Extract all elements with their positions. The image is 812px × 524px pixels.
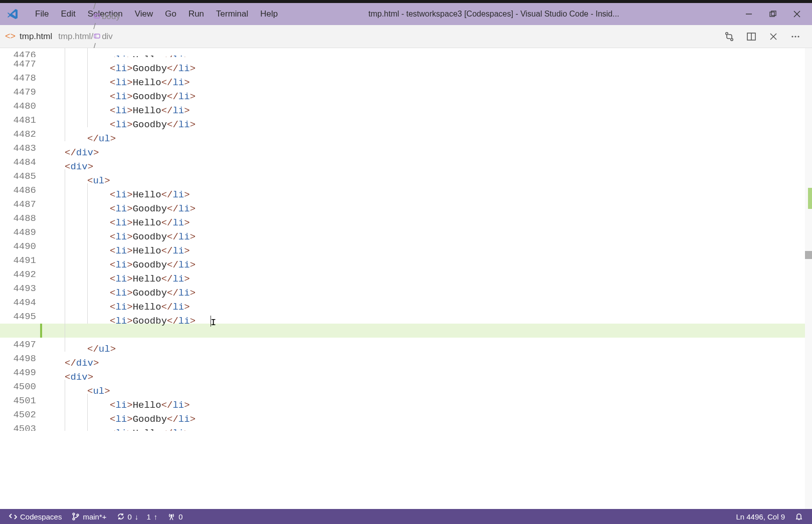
- breadcrumb-html[interactable]: html: [93, 0, 120, 2]
- code-line[interactable]: <li>Hello</li>: [42, 211, 812, 225]
- compare-changes-icon[interactable]: [724, 31, 735, 42]
- close-window-button[interactable]: [792, 9, 802, 19]
- down-arrow-icon: ↓: [135, 512, 139, 521]
- remote-codespaces-button[interactable]: Codespaces: [4, 509, 67, 524]
- menu-view[interactable]: View: [129, 6, 159, 22]
- svg-point-23: [797, 36, 799, 37]
- line-number[interactable]: 4485: [0, 169, 36, 183]
- code-line[interactable]: <li>Hello</li>: [42, 422, 812, 431]
- tab-filename[interactable]: tmp.html: [20, 32, 52, 42]
- minimize-button[interactable]: [744, 9, 754, 19]
- line-number[interactable]: 4486: [0, 183, 36, 197]
- line-number[interactable]: 4489: [0, 225, 36, 239]
- code-line[interactable]: </div>: [42, 141, 812, 155]
- git-branch-button[interactable]: main*+: [67, 509, 111, 524]
- line-number[interactable]: 4491: [0, 253, 36, 268]
- code-line[interactable]: </ul>: [42, 338, 812, 352]
- editor[interactable]: 4476447744784479448044814482448344844485…: [0, 48, 812, 509]
- minimap-change-marker: [808, 188, 812, 209]
- code-line[interactable]: <li>Hello</li>: [42, 268, 812, 282]
- code-line[interactable]: <li>Goodby</li>: [42, 197, 812, 211]
- code-line[interactable]: <li>Goodby</li>: [42, 225, 812, 239]
- line-number[interactable]: 4492: [0, 268, 36, 282]
- menu-run[interactable]: Run: [182, 6, 210, 22]
- code-area[interactable]: <li>Hello</li><li>Goodby</li><li>Hello</…: [42, 48, 812, 431]
- svg-point-21: [791, 36, 793, 37]
- code-line[interactable]: <div>: [42, 366, 812, 380]
- window-title: tmp.html - testworkspace3 [Codespaces] -…: [244, 10, 744, 19]
- line-number[interactable]: 4487: [0, 197, 36, 211]
- line-number[interactable]: 4488: [0, 211, 36, 225]
- code-line[interactable]: <li>Hello</li>: [42, 99, 812, 113]
- line-number[interactable]: 4481: [0, 113, 36, 127]
- code-line[interactable]: <li>Goodby</li>: [42, 282, 812, 296]
- breadcrumb-prefix: tmp.html/: [58, 32, 93, 42]
- line-number[interactable]: 4494: [0, 296, 36, 310]
- line-number[interactable]: 4483: [0, 141, 36, 155]
- code-line[interactable]: <li>Goodby</li>: [42, 57, 812, 71]
- line-number[interactable]: 4500: [0, 380, 36, 394]
- code-line[interactable]: <ul>: [42, 169, 812, 183]
- line-number[interactable]: 4499: [0, 366, 36, 380]
- code-line[interactable]: <li>Goodby</li>: [42, 253, 812, 268]
- cursor-position-button[interactable]: Ln 4496, Col 9: [731, 512, 790, 521]
- code-line[interactable]: <li>Hello</li>: [42, 71, 812, 85]
- sync-icon: [117, 512, 125, 520]
- codespaces-label: Codespaces: [20, 512, 62, 521]
- maximize-button[interactable]: [768, 9, 778, 19]
- line-number[interactable]: 4482: [0, 127, 36, 141]
- notifications-button[interactable]: [790, 512, 808, 520]
- git-sync-button[interactable]: 0↓ 1↑: [112, 509, 163, 524]
- line-number[interactable]: 4480: [0, 99, 36, 113]
- code-line[interactable]: <ul>: [42, 380, 812, 394]
- svg-rect-9: [94, 34, 100, 38]
- menu-go[interactable]: Go: [159, 6, 182, 22]
- minimap-viewport[interactable]: [805, 251, 812, 259]
- line-number[interactable]: 4490: [0, 239, 36, 253]
- breadcrumb-div[interactable]: div: [93, 32, 120, 42]
- code-line[interactable]: <li>Hello</li>: [42, 394, 812, 408]
- split-editor-icon[interactable]: [746, 31, 757, 42]
- sync-up-count: 1: [147, 512, 151, 521]
- minimap[interactable]: [805, 48, 812, 509]
- menubar: FileEditSelectionViewGoRunTerminalHelp t…: [0, 3, 812, 25]
- symbol-icon: [93, 0, 101, 1]
- line-number[interactable]: 4478: [0, 71, 36, 85]
- line-number[interactable]: 4502: [0, 408, 36, 422]
- problems-button[interactable]: 0: [162, 509, 187, 524]
- code-line[interactable]: <li>Goodby</li>I: [42, 310, 812, 324]
- line-number[interactable]: 4497: [0, 338, 36, 352]
- close-tab-icon[interactable]: [768, 31, 779, 42]
- line-number-gutter[interactable]: 4476447744784479448044814482448344844485…: [0, 48, 42, 431]
- code-line[interactable]: <li>Goodby</li>: [42, 113, 812, 127]
- code-line[interactable]: <li>Goodby</li>: [42, 85, 812, 99]
- menu-file[interactable]: File: [29, 6, 55, 22]
- symbol-icon: [93, 32, 101, 41]
- svg-point-16: [731, 38, 733, 40]
- line-number[interactable]: 4498: [0, 352, 36, 366]
- line-number[interactable]: 4503: [0, 422, 36, 431]
- more-actions-icon[interactable]: [790, 31, 801, 42]
- code-line[interactable]: <li>Hello</li>: [42, 239, 812, 253]
- line-number[interactable]: 4477: [0, 57, 36, 71]
- code-line[interactable]: <li>Hello</li>: [42, 296, 812, 310]
- line-number[interactable]: 4476: [0, 48, 36, 57]
- code-line[interactable]: <li>Hello</li>: [42, 48, 812, 57]
- svg-point-15: [726, 32, 728, 34]
- line-number[interactable]: 4484: [0, 155, 36, 169]
- code-line[interactable]: <li>Goodby</li>: [42, 408, 812, 422]
- line-number[interactable]: 4501: [0, 394, 36, 408]
- symbol-icon: [93, 12, 101, 21]
- up-arrow-icon: ↑: [154, 512, 158, 521]
- line-number[interactable]: 4479: [0, 85, 36, 99]
- code-line[interactable]: <div>: [42, 155, 812, 169]
- line-number[interactable]: 4493: [0, 282, 36, 296]
- text-cursor: I: [211, 316, 211, 327]
- line-number[interactable]: 4495: [0, 310, 36, 324]
- svg-point-26: [77, 514, 79, 516]
- code-line[interactable]: </div>: [42, 352, 812, 366]
- svg-rect-7: [94, 14, 100, 18]
- code-line[interactable]: <li>Hello</li>: [42, 183, 812, 197]
- branch-icon: [72, 512, 80, 520]
- breadcrumb-body[interactable]: body: [93, 12, 120, 22]
